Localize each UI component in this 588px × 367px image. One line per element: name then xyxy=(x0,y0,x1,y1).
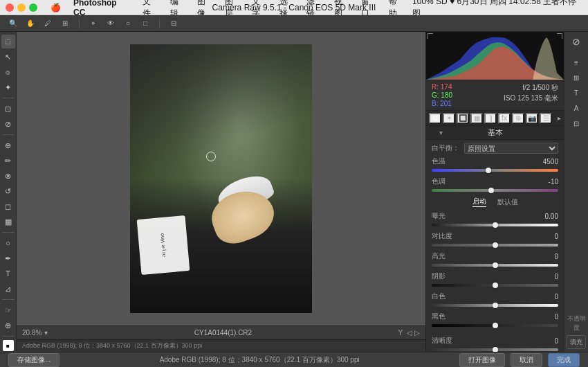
tool-heal-brush[interactable]: ⊕ xyxy=(1,138,15,152)
tool-crop[interactable]: ⊡ xyxy=(1,102,15,116)
tool-lasso[interactable]: ⌾ xyxy=(1,65,15,79)
toolbar-before-after[interactable]: ⊟ xyxy=(166,17,181,30)
canvas-nav-btns[interactable]: ◁ ▷ xyxy=(407,329,420,337)
fullscreen-button[interactable] xyxy=(29,3,37,12)
done-button[interactable]: 完成 xyxy=(548,353,580,367)
tool-hand[interactable]: ☞ xyxy=(1,303,15,317)
tool-eraser[interactable]: ◻ xyxy=(1,199,15,213)
wb-select[interactable]: 原照设置 xyxy=(464,143,558,154)
color-tint-label: 色调 xyxy=(432,177,445,186)
tool-brush[interactable]: ✏ xyxy=(1,154,15,168)
shadow-track[interactable] xyxy=(432,284,558,287)
exposure-thumb[interactable] xyxy=(493,222,498,228)
canvas-area: אין זה Vino 20.8% ▾ CY1A0144(1).CR2 Y ◁ … xyxy=(17,32,425,352)
tool-pen[interactable]: ✒ xyxy=(1,251,15,265)
tab-default[interactable]: 默认值 xyxy=(497,197,518,207)
rp-opacity[interactable]: 填充 xyxy=(567,335,586,349)
color-temp-thumb[interactable] xyxy=(486,168,491,173)
tool-zoom[interactable]: ⊕ xyxy=(1,319,15,332)
clarity-label: 清晰度 xyxy=(432,336,452,346)
tool-move[interactable]: ↖ xyxy=(1,50,15,64)
tool-magic[interactable]: ✦ xyxy=(1,80,15,94)
save-image-button[interactable]: 存储图像... xyxy=(8,353,59,367)
cr-icon-split[interactable]: ∥ xyxy=(484,113,497,124)
toolbar-zoom-out[interactable]: 🔍 xyxy=(6,17,21,30)
rp-panel-4[interactable]: A xyxy=(567,101,586,115)
white-thumb[interactable] xyxy=(493,303,498,308)
exposure-track[interactable] xyxy=(432,224,558,226)
toolbar-gradient[interactable]: □ xyxy=(138,17,153,30)
cr-icon-lens[interactable]: ⊛ xyxy=(512,113,524,124)
color-temp-value: 4500 xyxy=(543,158,558,165)
cr-panel-expand[interactable]: ▸ xyxy=(558,114,561,122)
rp-history-btn[interactable]: ⊘ xyxy=(567,35,586,48)
rp-panel-3[interactable]: T xyxy=(567,86,586,100)
toolbar-heal[interactable]: ⌖ xyxy=(86,17,101,30)
photo-canvas[interactable]: אין זה Vino xyxy=(130,44,312,313)
toolbar-hand[interactable]: ✋ xyxy=(23,17,38,30)
histogram-highlight-warn[interactable] xyxy=(557,33,562,39)
toolbar-divider-1 xyxy=(79,19,80,28)
cr-expand-icon[interactable]: ▾ xyxy=(439,129,443,136)
histogram-shadow-warn[interactable] xyxy=(428,33,433,39)
canvas-y-indicator: Y xyxy=(398,329,403,337)
close-button[interactable] xyxy=(6,3,14,12)
highlight-thumb[interactable] xyxy=(493,262,498,268)
tool-type[interactable]: T xyxy=(1,267,15,280)
camera-raw-panel: R: 174 G: 180 B: 201 f/2 1/500 秒 ISO 125… xyxy=(425,32,564,352)
highlight-track[interactable] xyxy=(432,264,558,267)
tool-dodge[interactable]: ○ xyxy=(1,236,15,250)
contrast-value: 0 xyxy=(554,233,558,240)
tool-history[interactable]: ↺ xyxy=(1,184,15,198)
tool-eyedropper[interactable]: ⊘ xyxy=(1,117,15,131)
clarity-track[interactable] xyxy=(432,348,558,351)
tool-sep-3 xyxy=(2,232,15,233)
cr-icon-detail[interactable]: 🔲 xyxy=(457,113,469,124)
ps-app: 🔍 ✋ 🖊 ⊞ ⌖ 👁 ○ □ ⊟ □ ↖ ⌾ ✦ ⊡ ⊘ ⊕ xyxy=(0,15,588,367)
toolbar-wb-tool[interactable]: 🖊 xyxy=(40,17,55,30)
cr-icon-curve[interactable]: fx xyxy=(498,113,511,124)
black-thumb[interactable] xyxy=(493,323,498,328)
tab-startup[interactable]: 启动 xyxy=(472,197,486,207)
toolbar-red-eye[interactable]: 👁 xyxy=(103,17,118,30)
black-slider-row: 黑色 0 xyxy=(432,312,558,328)
contrast-track[interactable] xyxy=(432,244,558,247)
main-area: □ ↖ ⌾ ✦ ⊡ ⊘ ⊕ ✏ ⊗ ↺ ◻ ▦ ○ ✒ T ⊿ ☞ ⊕ ■ xyxy=(0,32,588,352)
black-label: 黑色 xyxy=(432,312,445,321)
clarity-thumb[interactable] xyxy=(493,347,498,352)
shadow-thumb[interactable] xyxy=(493,283,498,288)
tool-path[interactable]: ⊿ xyxy=(1,282,15,296)
cr-content: 白平衡： 原照设置 色温 4500 xyxy=(426,140,564,352)
contrast-thumb[interactable] xyxy=(493,242,498,248)
color-temp-track[interactable] xyxy=(432,169,558,172)
black-track[interactable] xyxy=(432,324,558,327)
toolbar-brush[interactable]: ○ xyxy=(120,17,136,30)
shadow-label: 阴影 xyxy=(432,271,445,281)
cr-icon-tone[interactable]: ☀ xyxy=(443,113,455,124)
tool-rectangle[interactable]: □ xyxy=(1,35,15,48)
right-panel: ⊘ ≡ ⊞ T A ⊡ 不透明度 填充 xyxy=(564,32,588,352)
cr-icon-basic[interactable]: ⚙ xyxy=(429,113,441,124)
toolbar-crop[interactable]: ⊞ xyxy=(57,17,73,30)
cr-icon-camera[interactable]: 📷 xyxy=(526,113,538,124)
cr-icon-hsl[interactable]: ▦ xyxy=(470,113,483,124)
highlight-header: 高光 0 xyxy=(432,251,558,261)
tool-gradient[interactable]: ▦ xyxy=(1,215,15,229)
color-tint-track[interactable] xyxy=(432,189,558,192)
cancel-button[interactable]: 取消 xyxy=(511,353,542,367)
exposure-header: 曝光 0.00 xyxy=(432,211,558,221)
open-image-button[interactable]: 打开图像 xyxy=(459,353,505,367)
canvas-detail-status: Adobe RGB (1998); 8 位；3840 x 5760（22.1 百… xyxy=(22,341,202,350)
rp-panel-2[interactable]: ⊞ xyxy=(567,71,586,84)
zoom-dropdown-icon[interactable]: ▾ xyxy=(44,329,48,337)
color-tint-thumb[interactable] xyxy=(488,188,494,193)
rp-panel-1[interactable]: ≡ xyxy=(567,55,586,69)
cr-icon-presets[interactable]: ☰ xyxy=(540,113,552,124)
tool-fg-color[interactable]: ■ xyxy=(3,340,14,351)
apple-menu[interactable]: 🍎 xyxy=(46,2,66,13)
rp-panel-5[interactable]: ⊡ xyxy=(567,116,586,130)
white-track[interactable] xyxy=(432,304,558,307)
minimize-button[interactable] xyxy=(17,3,26,12)
tool-clone[interactable]: ⊗ xyxy=(1,169,15,183)
color-tint-row: 色调 -10 xyxy=(432,177,558,193)
